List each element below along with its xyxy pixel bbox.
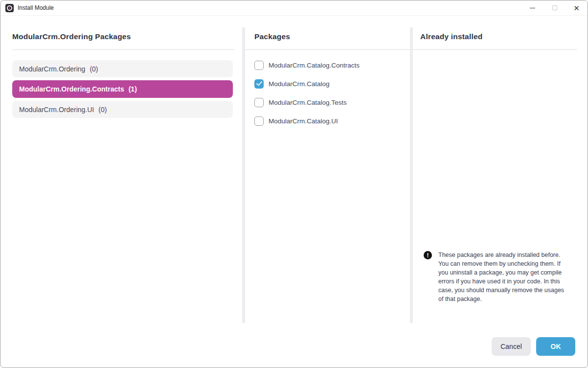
already-installed-notice: ! These packages are already installed b… [424,251,570,303]
maximize-button[interactable] [543,0,565,15]
minimize-icon [530,8,535,8]
checkmark-icon [256,81,262,86]
column-divider [242,27,245,323]
module-item-ordering[interactable]: ModularCrm.Ordering (0) [12,60,233,77]
packages-column-header: Packages [244,31,410,50]
close-button[interactable]: ✕ [565,0,588,15]
module-count: (0) [90,65,98,73]
package-row-catalog-tests[interactable]: ModularCrm.Catalog.Tests [254,97,401,107]
package-label: ModularCrm.Catalog.Tests [269,99,347,106]
checkbox-unchecked[interactable] [254,116,264,126]
window-controls: ✕ [521,0,588,15]
module-name: ModularCrm.Ordering [19,65,85,73]
module-name: ModularCrm.Ordering.Contracts [19,85,124,93]
package-row-catalog-ui[interactable]: ModularCrm.Catalog.UI [254,116,401,126]
package-row-catalog-contracts[interactable]: ModularCrm.Catalog.Contracts [254,60,401,70]
ok-button[interactable]: OK [536,337,575,356]
modules-column-header: ModularCrm.Ordering Packages [12,31,234,50]
notice-text: These packages are already installed bef… [438,251,569,303]
close-icon: ✕ [573,4,580,12]
checkbox-checked[interactable] [254,79,264,89]
exclamation-icon: ! [424,251,432,259]
module-name: ModularCrm.Ordering.UI [19,106,94,114]
maximize-icon [552,5,557,10]
module-item-ordering-ui[interactable]: ModularCrm.Ordering.UI (0) [12,101,233,118]
package-label: ModularCrm.Catalog.UI [269,117,338,125]
module-item-ordering-contracts[interactable]: ModularCrm.Ordering.Contracts (1) [12,80,233,98]
module-count: (0) [98,106,107,114]
minimize-button[interactable] [521,0,543,15]
already-installed-column-header: Already installed [413,31,577,50]
package-list: ModularCrm.Catalog.Contracts ModularCrm.… [254,60,401,135]
module-list: ModularCrm.Ordering (0) ModularCrm.Order… [12,60,233,121]
package-label: ModularCrm.Catalog.Contracts [269,62,360,69]
checkbox-unchecked[interactable] [254,98,264,107]
column-divider [410,27,413,323]
title-bar: Install Module ✕ [0,0,588,16]
window-title: Install Module [18,4,54,11]
module-count: (1) [129,85,137,93]
package-row-catalog[interactable]: ModularCrm.Catalog [254,79,401,89]
app-logo-icon [5,4,14,12]
checkbox-unchecked[interactable] [254,61,264,70]
package-label: ModularCrm.Catalog [269,80,330,88]
cancel-button[interactable]: Cancel [492,337,531,356]
